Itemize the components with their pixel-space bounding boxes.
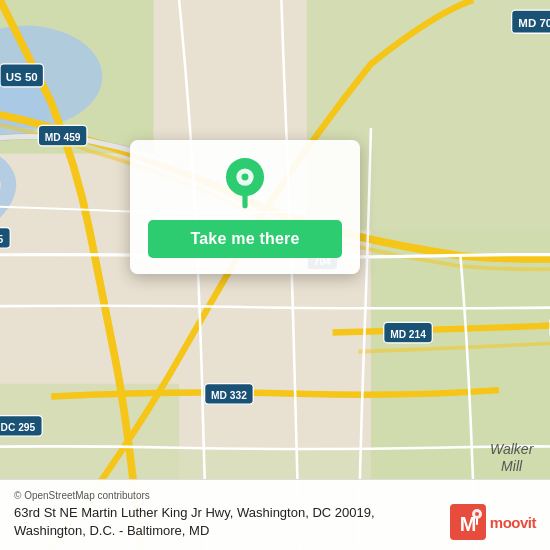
svg-text:MD 332: MD 332 [211, 390, 247, 401]
info-text-block: © OpenStreetMap contributors 63rd St NE … [14, 490, 440, 540]
moovit-logo-icon: M [450, 504, 486, 540]
location-pin-icon [219, 158, 271, 210]
svg-text:DC 295: DC 295 [0, 234, 4, 245]
attribution-text: © OpenStreetMap contributors [14, 490, 440, 501]
map-background: US 50 US 50 MD 704 MD 704 MD 459 DC 295 … [0, 0, 550, 550]
svg-text:Walker: Walker [490, 441, 535, 457]
svg-point-34 [242, 174, 249, 181]
svg-text:MD 704: MD 704 [518, 17, 550, 29]
take-me-there-button[interactable]: Take me there [148, 220, 342, 258]
svg-point-38 [475, 512, 479, 516]
svg-text:US 50: US 50 [6, 71, 38, 83]
svg-text:MD 214: MD 214 [390, 329, 426, 340]
address-text: 63rd St NE Martin Luther King Jr Hwy, Wa… [14, 504, 440, 540]
moovit-text: moovit [490, 514, 536, 531]
overlay-card: Take me there [130, 140, 360, 274]
svg-text:MD 459: MD 459 [45, 132, 81, 143]
svg-text:DC 295: DC 295 [1, 422, 36, 433]
info-bar: © OpenStreetMap contributors 63rd St NE … [0, 479, 550, 550]
svg-text:Mill: Mill [501, 458, 523, 474]
map-container: US 50 US 50 MD 704 MD 704 MD 459 DC 295 … [0, 0, 550, 550]
attribution-label: © OpenStreetMap contributors [14, 490, 150, 501]
moovit-logo: M moovit [450, 504, 536, 540]
